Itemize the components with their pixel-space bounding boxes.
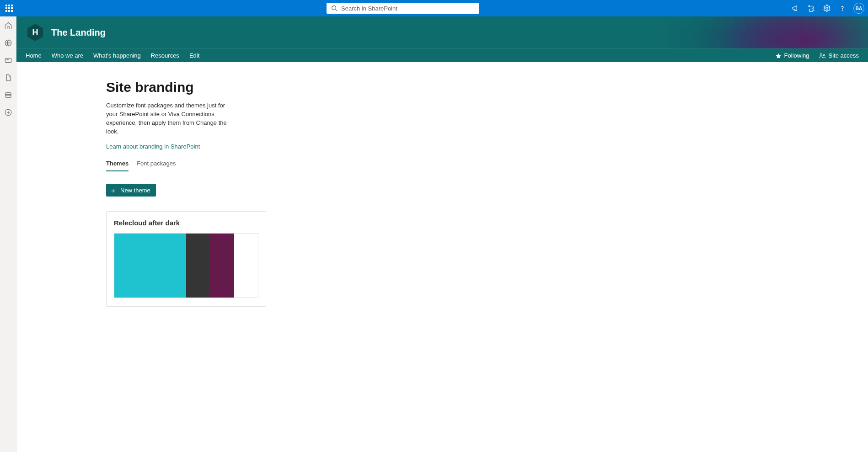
- svg-point-17: [823, 54, 824, 55]
- site-logo[interactable]: H: [27, 24, 43, 41]
- tab-themes[interactable]: Themes: [106, 160, 129, 171]
- swatch-dark: [186, 234, 210, 298]
- search-input[interactable]: Search in SharePoint: [327, 3, 479, 14]
- svg-rect-10: [5, 93, 11, 98]
- svg-point-0: [332, 6, 336, 10]
- following-button[interactable]: Following: [775, 52, 809, 59]
- search-icon: [331, 5, 338, 11]
- theme-name: Relecloud after dark: [114, 219, 258, 227]
- create-icon[interactable]: [4, 108, 13, 117]
- topbar-right: BA: [791, 3, 864, 14]
- star-icon: [775, 53, 782, 59]
- nav-who[interactable]: Who we are: [52, 52, 83, 59]
- home-icon[interactable]: [4, 21, 13, 30]
- site-nav: Home Who we are What's happening Resourc…: [16, 48, 868, 62]
- settings-icon[interactable]: [822, 4, 831, 13]
- tabs: Themes Font packages: [106, 160, 839, 172]
- nav-right: Following Site access: [775, 52, 859, 59]
- nav-home[interactable]: Home: [26, 52, 42, 59]
- site-title[interactable]: The Landing: [51, 27, 106, 38]
- main-area: H The Landing Home Who we are What's hap…: [0, 16, 868, 452]
- page-description: Customize font packages and themes just …: [106, 101, 234, 136]
- app-launcher-icon[interactable]: [4, 3, 15, 14]
- svg-rect-7: [5, 58, 11, 63]
- tab-font-packages[interactable]: Font packages: [137, 160, 176, 171]
- new-theme-label: New theme: [120, 187, 150, 194]
- app-bar: [0, 16, 16, 452]
- svg-point-4: [826, 7, 828, 10]
- theme-swatches: [114, 233, 258, 298]
- new-theme-button[interactable]: ＋ New theme: [106, 184, 156, 197]
- svg-point-3: [813, 10, 814, 11]
- news-icon[interactable]: [4, 56, 13, 65]
- people-icon: [819, 53, 826, 59]
- suite-header: Search in SharePoint BA: [0, 0, 868, 16]
- learn-link[interactable]: Learn about branding in SharePoint: [106, 143, 200, 150]
- site-access-label: Site access: [829, 52, 859, 59]
- nav-resources[interactable]: Resources: [151, 52, 179, 59]
- flow-icon[interactable]: [807, 4, 816, 13]
- svg-line-1: [336, 10, 338, 11]
- topbar-center: Search in SharePoint: [15, 3, 791, 14]
- globe-icon[interactable]: [4, 38, 13, 48]
- content: Site branding Customize font packages an…: [16, 62, 868, 334]
- megaphone-icon[interactable]: [791, 4, 800, 13]
- site-access-button[interactable]: Site access: [819, 52, 859, 59]
- nav-edit[interactable]: Edit: [189, 52, 199, 59]
- swatch-accent: [210, 234, 234, 298]
- site-header: H The Landing: [16, 16, 868, 48]
- nav-happening[interactable]: What's happening: [93, 52, 141, 59]
- following-label: Following: [784, 52, 809, 59]
- search-placeholder: Search in SharePoint: [341, 5, 397, 12]
- nav-left: Home Who we are What's happening Resourc…: [26, 52, 199, 59]
- page-title: Site branding: [106, 80, 839, 95]
- svg-point-2: [809, 5, 810, 7]
- files-icon[interactable]: [4, 73, 13, 82]
- swatch-background: [234, 234, 258, 298]
- lists-icon[interactable]: [4, 90, 13, 100]
- plus-icon: ＋: [110, 187, 117, 194]
- swatch-primary: [114, 234, 186, 298]
- user-avatar[interactable]: BA: [853, 3, 864, 14]
- help-icon[interactable]: [838, 4, 847, 13]
- page: H The Landing Home Who we are What's hap…: [16, 16, 868, 452]
- svg-point-5: [842, 10, 842, 11]
- svg-point-16: [820, 53, 822, 55]
- theme-card[interactable]: Relecloud after dark: [106, 211, 266, 307]
